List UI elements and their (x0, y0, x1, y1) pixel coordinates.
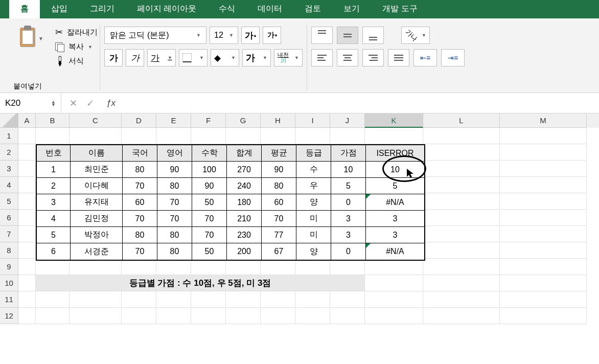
cell[interactable] (18, 210, 36, 226)
cell[interactable]: 80 (157, 178, 192, 194)
cell[interactable]: 김민정 (71, 211, 123, 227)
align-justify-button[interactable] (388, 49, 409, 66)
cell[interactable] (18, 144, 36, 161)
note-cell[interactable]: 등급별 가점 : 수 10점, 우 5점, 미 3점 (36, 275, 365, 291)
cell[interactable]: 4 (37, 211, 71, 227)
cell[interactable]: 77 (262, 227, 296, 243)
cell[interactable] (500, 226, 587, 242)
cell[interactable] (500, 291, 587, 308)
cell[interactable] (365, 275, 423, 291)
cell[interactable] (423, 275, 500, 291)
cell[interactable] (191, 259, 226, 275)
row-header-2[interactable]: 2 (0, 144, 18, 161)
cell[interactable]: 100 (192, 162, 227, 178)
cell[interactable]: 5 (331, 178, 366, 194)
cell[interactable]: 최민준 (71, 162, 123, 178)
row-header-1[interactable]: 1 (0, 128, 18, 144)
cell[interactable]: 70 (123, 243, 157, 260)
cell[interactable] (261, 291, 295, 308)
tab-page-layout[interactable]: 페이지 레이아웃 (126, 0, 208, 18)
cell[interactable] (36, 259, 70, 275)
cell[interactable] (122, 128, 156, 144)
cell[interactable] (423, 128, 500, 144)
cell[interactable]: 70 (157, 211, 192, 227)
error-indicator-icon[interactable] (366, 194, 371, 199)
cell[interactable]: 2 (37, 178, 71, 194)
tab-view[interactable]: 보기 (332, 0, 371, 18)
cell[interactable]: 70 (123, 211, 157, 227)
cell[interactable] (500, 128, 587, 144)
cell[interactable] (261, 128, 295, 144)
orientation-button[interactable]: 가나▼ (401, 27, 430, 44)
row-header-4[interactable]: 4 (0, 177, 18, 193)
cut-button[interactable]: ✂잘라내기 (55, 27, 98, 38)
cell[interactable]: 미 (296, 211, 331, 227)
cell[interactable]: 양 (296, 194, 331, 211)
cell[interactable]: 10 (331, 162, 366, 178)
increase-indent-button[interactable]: ⇥≡ (441, 49, 465, 66)
font-family-select[interactable]: 맑은 고딕 (본문)▼ (104, 27, 206, 44)
cell[interactable] (156, 291, 191, 308)
cell[interactable] (122, 259, 156, 275)
cell[interactable]: 270 (227, 162, 262, 178)
cell[interactable]: 210 (227, 211, 262, 227)
cell[interactable]: 3 (37, 194, 71, 211)
cell[interactable] (423, 291, 500, 308)
cell[interactable] (365, 259, 423, 275)
cell[interactable]: 90 (192, 178, 227, 194)
wrap-text-button[interactable]: 내천川▼ (274, 49, 303, 66)
fill-color-button[interactable]: ◆▼ (211, 49, 239, 66)
col-header-G[interactable]: G (226, 113, 261, 128)
fx-button[interactable]: ƒx (106, 98, 116, 108)
cell[interactable]: 50 (192, 194, 227, 211)
cell[interactable] (36, 128, 70, 144)
cell[interactable] (191, 291, 226, 308)
cell[interactable] (18, 308, 36, 324)
cell[interactable]: 우 (296, 178, 331, 194)
paste-button[interactable]: ▼ 붙여넣기 (13, 25, 42, 91)
cell[interactable] (365, 128, 423, 144)
cell[interactable] (36, 291, 70, 308)
cell[interactable]: 90 (262, 162, 296, 178)
col-header-J[interactable]: J (330, 113, 365, 128)
cell[interactable] (18, 128, 36, 144)
cell[interactable] (423, 210, 500, 226)
cell[interactable] (226, 308, 261, 324)
cell[interactable]: 3 (331, 227, 366, 243)
cell[interactable] (500, 308, 587, 324)
cell[interactable] (226, 128, 261, 144)
decrease-indent-button[interactable]: ⇤≡ (413, 49, 437, 66)
cell[interactable] (330, 259, 365, 275)
cell[interactable]: 5 (366, 178, 424, 194)
cell[interactable]: 60 (262, 194, 296, 211)
table-header[interactable]: 이름 (71, 145, 123, 162)
cell[interactable] (295, 308, 330, 324)
cell[interactable] (423, 226, 500, 242)
bold-button[interactable]: 가 (104, 49, 123, 66)
cell[interactable] (423, 161, 500, 177)
cell[interactable]: 70 (192, 227, 227, 243)
col-header-M[interactable]: M (500, 113, 587, 128)
cell[interactable]: 0 (331, 243, 366, 260)
cell[interactable]: 80 (123, 162, 157, 178)
col-header-L[interactable]: L (423, 113, 500, 128)
col-header-D[interactable]: D (122, 113, 156, 128)
cell[interactable] (423, 242, 500, 259)
tab-data[interactable]: 데이터 (246, 0, 293, 18)
row-header-3[interactable]: 3 (0, 161, 18, 177)
cell[interactable]: 60 (123, 194, 157, 211)
cell[interactable] (330, 291, 365, 308)
cell[interactable] (70, 291, 122, 308)
cell[interactable] (295, 128, 330, 144)
formula-input[interactable] (124, 93, 599, 113)
cell[interactable] (365, 308, 423, 324)
name-box[interactable]: K20 ▲▼ (0, 93, 61, 113)
col-header-K[interactable]: K (365, 113, 423, 128)
cell[interactable] (70, 308, 122, 324)
cell[interactable]: 70 (192, 211, 227, 227)
cell[interactable] (423, 144, 500, 161)
border-button[interactable]: ▼ (179, 49, 208, 66)
copy-button[interactable]: 복사▼ (55, 42, 98, 52)
cell[interactable] (18, 259, 36, 275)
cell[interactable] (423, 259, 500, 275)
